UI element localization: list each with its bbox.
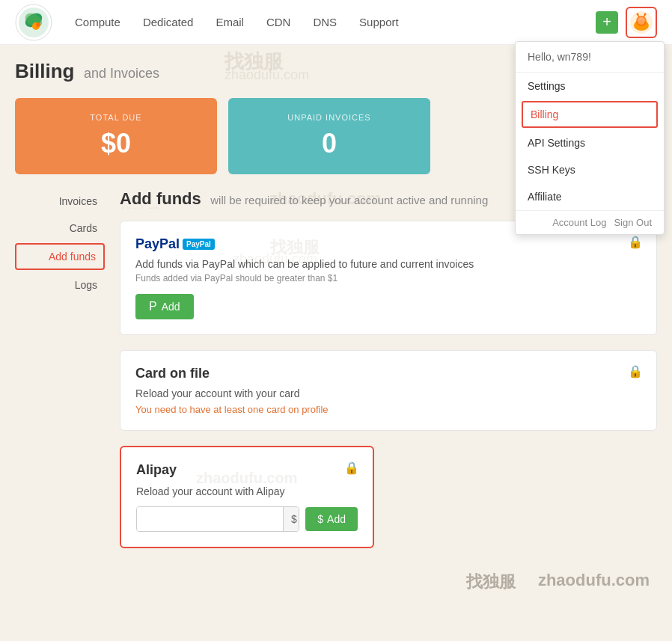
svg-point-5 bbox=[36, 22, 40, 27]
total-due-card: TOTAL DUE $0 bbox=[15, 98, 217, 174]
sign-out-link[interactable]: Sign Out bbox=[614, 217, 652, 228]
logo[interactable] bbox=[15, 4, 52, 41]
page-title: Billing bbox=[15, 60, 74, 82]
header: Compute Dedicated Email CDN DNS Support … bbox=[0, 0, 672, 45]
total-due-label: TOTAL DUE bbox=[30, 113, 202, 122]
dropdown-api-settings[interactable]: API Settings bbox=[516, 129, 664, 156]
sidebar: Invoices Cards Add funds Logs bbox=[15, 189, 105, 563]
main-nav: Compute Dedicated Email CDN DNS Support bbox=[75, 16, 596, 28]
header-actions: + bbox=[596, 7, 657, 38]
account-log-link[interactable]: Account Log bbox=[552, 217, 606, 228]
nav-cdn[interactable]: CDN bbox=[266, 16, 291, 28]
unpaid-invoices-label: UNPAID INVOICES bbox=[243, 113, 415, 122]
content-heading: Add funds bbox=[120, 189, 201, 208]
watermark-1: 找独服 bbox=[466, 571, 516, 593]
add-button[interactable]: + bbox=[596, 11, 618, 34]
card-title: Card on file bbox=[135, 366, 641, 381]
alipay-desc: Reload your account with Alipay bbox=[136, 485, 358, 497]
alipay-add-button[interactable]: $ Add bbox=[305, 507, 358, 531]
page-subtitle: and Invoices bbox=[84, 66, 159, 81]
paypal-add-button[interactable]: P Add bbox=[135, 294, 194, 319]
paypal-section: 找独服 zhaodufu.com 🔒 PayPal PayPal Add fun… bbox=[120, 221, 657, 335]
svg-point-13 bbox=[644, 13, 647, 15]
paypal-lock-icon: 🔒 bbox=[628, 235, 643, 249]
dropdown-greeting: Hello, wn789! bbox=[516, 42, 664, 73]
watermark-2: zhaodufu.com bbox=[538, 571, 650, 593]
sidebar-invoices[interactable]: Invoices bbox=[15, 189, 105, 213]
nav-support[interactable]: Support bbox=[359, 16, 399, 28]
bottom-watermarks: 找独服 zhaodufu.com bbox=[0, 563, 672, 601]
alipay-dollar-sign: $ bbox=[283, 507, 299, 531]
content-area: zhaodufu.com 找独服 Add funds will be requi… bbox=[120, 189, 657, 563]
card-reload-desc: Reload your account with your card bbox=[135, 387, 641, 399]
nav-dedicated[interactable]: Dedicated bbox=[143, 16, 194, 28]
dropdown-ssh-keys[interactable]: SSH Keys bbox=[516, 156, 664, 183]
user-avatar[interactable] bbox=[626, 7, 657, 38]
svg-point-9 bbox=[638, 17, 645, 25]
card-warning: You need to have at least one card on pr… bbox=[135, 404, 641, 415]
sidebar-add-funds[interactable]: Add funds bbox=[15, 243, 105, 270]
sidebar-cards[interactable]: Cards bbox=[15, 216, 105, 240]
dropdown-affiliate[interactable]: Affiliate bbox=[516, 183, 664, 210]
dropdown-billing[interactable]: Billing bbox=[522, 101, 658, 128]
card-on-file-section: 🔒 Card on file Reload your account with … bbox=[120, 350, 657, 431]
paypal-name: PayPal bbox=[135, 236, 180, 252]
alipay-input-wrapper: $ bbox=[136, 506, 299, 532]
nav-email[interactable]: Email bbox=[216, 16, 244, 28]
paypal-logo: PayPal PayPal bbox=[135, 236, 215, 252]
paypal-badge: PayPal bbox=[183, 239, 215, 250]
main-content: Invoices Cards Add funds Logs zhaodufu.c… bbox=[0, 189, 672, 563]
alipay-add-label: Add bbox=[327, 513, 346, 525]
paypal-note: Funds added via PayPal should be greater… bbox=[135, 273, 641, 283]
nav-compute[interactable]: Compute bbox=[75, 16, 120, 28]
alipay-title: Alipay bbox=[136, 462, 358, 478]
dropdown-settings[interactable]: Settings bbox=[516, 73, 664, 99]
unpaid-invoices-value: 0 bbox=[243, 128, 415, 159]
alipay-amount-input[interactable] bbox=[137, 507, 283, 531]
content-heading-sub: will be required to keep your account ac… bbox=[210, 194, 488, 206]
dropdown-footer: Account Log Sign Out bbox=[516, 210, 664, 234]
svg-point-12 bbox=[637, 13, 639, 15]
paypal-desc: Add funds via PayPal which can be applie… bbox=[135, 258, 641, 270]
user-dropdown: Hello, wn789! Settings Billing API Setti… bbox=[515, 41, 665, 235]
paypal-add-label: Add bbox=[162, 301, 180, 313]
sidebar-logs[interactable]: Logs bbox=[15, 273, 105, 297]
card-lock-icon: 🔒 bbox=[628, 364, 643, 378]
unpaid-invoices-card: UNPAID INVOICES 0 bbox=[228, 98, 430, 174]
paypal-icon: P bbox=[149, 300, 157, 313]
alipay-dollar-btn-icon: $ bbox=[317, 513, 323, 525]
alipay-section: zhaodufu.com 🔒 Alipay Reload your accoun… bbox=[120, 446, 374, 548]
alipay-lock-icon: 🔒 bbox=[344, 461, 359, 475]
total-due-value: $0 bbox=[30, 128, 202, 159]
alipay-input-row: $ $ Add bbox=[136, 506, 358, 532]
nav-dns[interactable]: DNS bbox=[313, 16, 337, 28]
